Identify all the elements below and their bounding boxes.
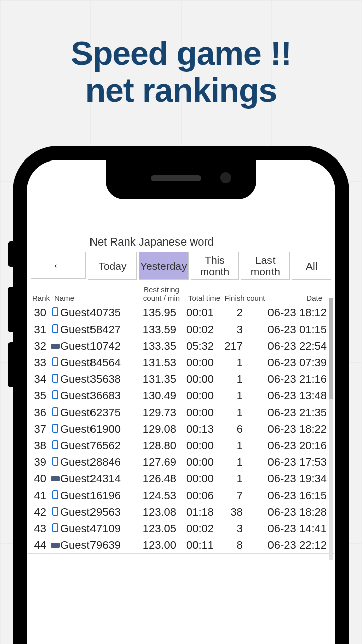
cell-name: Guest58427 [60,323,136,336]
cell-time: 05:32 [178,340,215,353]
phone-notch [106,160,256,199]
cell-time: 00:00 [178,356,215,369]
table-row[interactable]: 43Guest47109123.0500:02306-23 14:41 [28,520,334,537]
cell-score: 128.80 [136,439,178,452]
mobile-icon [50,489,60,502]
cell-score: 126.48 [136,472,178,486]
promo-line-1: Speed game !! [0,35,362,72]
cell-time: 00:06 [178,489,215,502]
cell-date: 06-23 18:12 [245,306,334,319]
header-rank: Rank [30,294,52,302]
mobile-icon [50,306,60,319]
scrollbar-thumb[interactable] [329,298,333,399]
notch-speaker [151,175,201,181]
desktop-icon [50,472,60,486]
mobile-icon [50,323,60,336]
table-row[interactable]: 41Guest16196124.5300:06706-23 16:15 [28,487,334,504]
cell-time: 00:13 [178,423,215,436]
cell-finish: 1 [215,439,245,452]
back-arrow-icon: ← [52,258,65,273]
tab-yesterday[interactable]: Yesterday [139,252,189,280]
cell-score: 123.08 [136,506,178,519]
table-row[interactable]: 35Guest36683130.4900:00106-23 13:48 [28,387,334,404]
cell-time: 00:01 [178,306,215,319]
cell-date: 06-23 18:28 [245,506,334,519]
ranking-table: Rank Name Best string count / min Total … [28,283,334,554]
cell-time: 00:00 [178,456,215,469]
cell-rank: 36 [28,406,50,419]
cell-name: Guest84564 [60,356,136,369]
tab-this-month[interactable]: This month [191,252,239,280]
cell-rank: 30 [28,306,50,319]
cell-name: Guest40735 [60,306,136,319]
cell-name: Guest24314 [60,472,136,486]
cell-date: 06-23 19:34 [245,472,334,486]
table-row[interactable]: 44Guest79639123.0000:11806-23 22:12 [28,537,334,553]
header-name: Name [52,294,138,302]
tab-last-month[interactable]: Last month [241,252,290,280]
mobile-icon [50,373,60,386]
table-row[interactable]: 31Guest58427133.5900:02306-23 01:15 [28,321,334,338]
header-date: Date [267,294,327,302]
app-content: Net Rank Japanese word ← TodayYesterdayT… [27,210,335,554]
cell-score: 123.00 [136,539,178,552]
cell-date: 06-23 20:16 [245,439,334,452]
phone-screen: Net Rank Japanese word ← TodayYesterdayT… [27,160,335,644]
table-rows: 30Guest40735135.9500:01206-23 18:1231Gue… [28,304,334,553]
cell-rank: 32 [28,340,50,353]
cell-finish: 1 [215,456,245,469]
cell-time: 00:02 [178,522,215,535]
tab-today[interactable]: Today [88,252,137,280]
cell-rank: 40 [28,472,50,486]
cell-score: 133.59 [136,323,178,336]
promo-headline: Speed game !! net rankings [0,0,362,108]
cell-rank: 38 [28,439,50,452]
table-row[interactable]: 40Guest24314126.4800:00106-23 19:34 [28,470,334,487]
cell-score: 129.08 [136,423,178,436]
cell-name: Guest79639 [60,539,136,552]
cell-time: 00:00 [178,389,215,403]
cell-rank: 35 [28,389,50,403]
cell-finish: 2 [215,306,245,319]
screen-title: Net Rank Japanese word [27,235,335,249]
cell-name: Guest28846 [60,456,136,469]
table-row[interactable]: 39Guest28846127.6900:00106-23 17:53 [28,454,334,470]
table-header: Rank Name Best string count / min Total … [28,283,334,304]
desktop-icon [50,340,60,353]
cell-rank: 44 [28,539,50,552]
table-row[interactable]: 36Guest62375129.7300:00106-23 21:35 [28,404,334,421]
table-row[interactable]: 30Guest40735135.9500:01206-23 18:12 [28,304,334,321]
cell-date: 06-23 07:39 [245,356,334,369]
table-row[interactable]: 33Guest84564131.5300:00106-23 07:39 [28,354,334,371]
table-row[interactable]: 42Guest29563123.0801:183806-23 18:28 [28,504,334,520]
cell-score: 123.05 [136,522,178,535]
cell-name: Guest10742 [60,340,136,353]
tabs-row: ← TodayYesterdayThis monthLast monthAll [27,252,335,283]
cell-name: Guest16196 [60,489,136,502]
cell-name: Guest36683 [60,389,136,403]
promo-line-2: net rankings [0,72,362,109]
cell-finish: 1 [215,373,245,386]
cell-date: 06-23 17:53 [245,456,334,469]
cell-rank: 37 [28,423,50,436]
cell-finish: 1 [215,389,245,403]
table-row[interactable]: 34Guest35638131.3500:00106-23 21:16 [28,371,334,387]
cell-time: 00:00 [178,373,215,386]
mobile-icon [50,406,60,419]
table-row[interactable]: 32Guest10742133.3505:3221706-23 22:54 [28,338,334,354]
cell-date: 06-23 16:15 [245,489,334,502]
cell-time: 01:18 [178,506,215,519]
back-button[interactable]: ← [31,252,86,279]
cell-finish: 217 [215,340,245,353]
table-row[interactable]: 37Guest61900129.0800:13606-23 18:22 [28,421,334,437]
desktop-icon [50,539,60,552]
cell-finish: 8 [215,539,245,552]
mobile-icon [50,356,60,369]
table-row[interactable]: 38Guest76562128.8000:00106-23 20:16 [28,437,334,454]
tab-all[interactable]: All [292,252,331,280]
cell-date: 06-23 18:22 [245,423,334,436]
cell-date: 06-23 13:48 [245,389,334,403]
cell-finish: 1 [215,356,245,369]
cell-finish: 3 [215,323,245,336]
cell-name: Guest62375 [60,406,136,419]
